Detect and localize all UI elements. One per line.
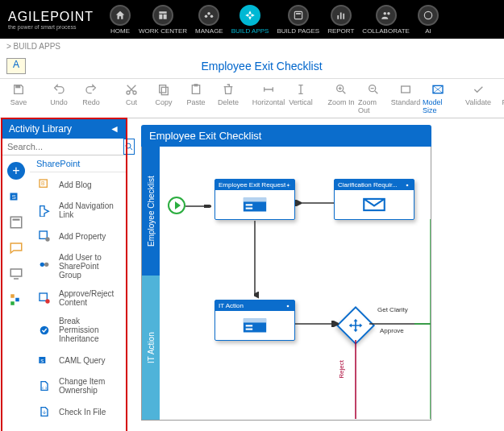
- nav-collaborate[interactable]: COLLABORATE: [362, 5, 410, 35]
- activity-add-blog[interactable]: BAdd Blog: [30, 172, 126, 197]
- toolbar: Save Undo Redo Cut Copy Paste Delete Hor…: [0, 78, 504, 118]
- breadcrumb[interactable]: > BUILD APPS: [0, 39, 504, 54]
- activity-caml-query[interactable]: SCAML Query: [30, 348, 126, 372]
- activity-approve-reject[interactable]: Approve/Reject Content: [30, 284, 126, 312]
- nav-buildapps[interactable]: BUILD APPS: [231, 5, 269, 35]
- left-tool-pane: + S: [2, 155, 30, 431]
- activity-checkin-file[interactable]: Check In File: [30, 400, 126, 424]
- zoomout-button[interactable]: Zoom Out: [358, 82, 389, 114]
- sharepoint-tool[interactable]: S: [7, 188, 25, 205]
- paste-icon: [187, 82, 205, 97]
- chevron-left-icon[interactable]: ◄: [110, 123, 119, 135]
- canvas-area: Employee Exit Checklist Employee Checkli…: [127, 118, 504, 431]
- svg-rect-46: [246, 208, 253, 209]
- redo-icon: [82, 82, 100, 97]
- undo-button[interactable]: Undo: [44, 82, 74, 114]
- brand-tagline: the power of smart process: [8, 24, 94, 30]
- svg-point-1: [205, 15, 208, 18]
- copy-button[interactable]: Copy: [148, 82, 179, 114]
- more-icon: [418, 5, 439, 26]
- delete-button[interactable]: Delete: [213, 82, 244, 114]
- buildapps-icon: [240, 5, 260, 26]
- svg-rect-3: [294, 11, 302, 19]
- svg-point-39: [40, 325, 49, 334]
- logo: AGILEPOINT the power of smart process: [8, 10, 94, 30]
- svg-rect-53: [246, 329, 253, 330]
- validate-icon: [469, 82, 487, 97]
- form-tool[interactable]: [7, 213, 25, 231]
- activity-add-property[interactable]: Add Property: [30, 224, 126, 248]
- chat-tool[interactable]: [7, 239, 25, 257]
- nav-report[interactable]: REPORT: [327, 5, 354, 35]
- svg-text:S: S: [12, 193, 16, 201]
- zoomout-icon: [364, 82, 382, 97]
- blog-icon: B: [36, 177, 52, 192]
- validate-button[interactable]: Validate: [463, 82, 494, 114]
- lane-it-action[interactable]: IT Action: [142, 276, 160, 421]
- standard-button[interactable]: Standard: [390, 82, 421, 114]
- svg-rect-26: [13, 219, 20, 221]
- ownership-icon: [36, 379, 52, 393]
- caml-icon: S: [36, 353, 52, 367]
- navlink-icon: [36, 203, 52, 218]
- svg-point-7: [424, 11, 431, 19]
- edge-label-getclarity: Get Clarity: [377, 306, 408, 313]
- process-canvas[interactable]: Employee Checklist IT Action Employee Ex…: [141, 147, 431, 421]
- title-area: A Employee Exit Checklist: [0, 54, 504, 78]
- activity-add-nav-link[interactable]: Add Navigation Link: [30, 197, 126, 224]
- nav-more[interactable]: AI: [418, 5, 439, 35]
- svg-rect-12: [161, 87, 168, 94]
- nav-home[interactable]: HOME: [110, 5, 131, 35]
- activity-add-user-group[interactable]: Add User to SharePoint Group: [30, 248, 126, 284]
- gear-icon[interactable]: [404, 182, 410, 189]
- gear-icon[interactable]: [285, 303, 291, 309]
- gateway-arrows-icon: [346, 316, 365, 335]
- nav-manage[interactable]: MANAGE: [195, 5, 223, 35]
- copy-icon: [155, 82, 173, 97]
- start-event[interactable]: [168, 197, 185, 214]
- brand-name: AGILEPOINT: [8, 10, 94, 24]
- vertical-button[interactable]: Vertical: [285, 82, 316, 114]
- svg-point-2: [210, 15, 214, 18]
- search-input[interactable]: [2, 139, 123, 155]
- gear-icon[interactable]: [285, 182, 291, 189]
- lane-employee-checklist[interactable]: Employee Checklist: [142, 147, 160, 276]
- horizontal-button[interactable]: Horizontal: [253, 82, 284, 114]
- svg-text:B: B: [41, 180, 45, 186]
- task-employee-exit-request[interactable]: Employee Exit Request: [215, 179, 295, 220]
- svg-point-47: [406, 184, 409, 186]
- task-clarification-required[interactable]: Clarification Requir...: [334, 179, 414, 220]
- zoomin-icon: [332, 82, 350, 97]
- workcenter-icon: [152, 5, 173, 26]
- paste-button[interactable]: Paste: [181, 82, 211, 114]
- monitor-tool[interactable]: [7, 265, 25, 283]
- nav-buildpages[interactable]: BUILD PAGES: [277, 5, 319, 35]
- home-icon: [110, 5, 131, 26]
- edge-label-approve: Approve: [380, 327, 404, 334]
- zoomin-button[interactable]: Zoom In: [326, 82, 356, 114]
- steps-tool[interactable]: [7, 291, 25, 309]
- activity-checkout-file[interactable]: Check Out File: [30, 424, 126, 431]
- nav-workcenter[interactable]: WORK CENTER: [139, 5, 187, 35]
- activity-change-ownership[interactable]: Change Item Ownership: [30, 372, 126, 400]
- svg-point-0: [208, 11, 211, 14]
- svg-point-5: [383, 11, 386, 14]
- svg-rect-52: [246, 325, 253, 326]
- category-sharepoint[interactable]: SharePoint: [30, 155, 126, 172]
- save-button[interactable]: Save: [3, 82, 34, 114]
- svg-point-49: [287, 305, 289, 307]
- svg-rect-28: [10, 294, 15, 298]
- approve-icon: [36, 291, 52, 305]
- add-button[interactable]: +: [7, 162, 25, 180]
- delete-icon: [219, 82, 237, 97]
- horizontal-icon: [260, 82, 277, 97]
- checkin-icon: [36, 404, 52, 419]
- activity-break-permission[interactable]: Break Permission Inheritance: [30, 312, 126, 348]
- modelsize-button[interactable]: Model Size: [423, 82, 453, 114]
- permission-icon: [36, 323, 52, 338]
- buildpages-icon: [288, 5, 309, 26]
- font-preview[interactable]: A: [6, 58, 26, 74]
- redo-button[interactable]: Redo: [76, 82, 106, 114]
- task-it-action[interactable]: IT Action: [215, 300, 295, 341]
- cut-button[interactable]: Cut: [116, 82, 147, 114]
